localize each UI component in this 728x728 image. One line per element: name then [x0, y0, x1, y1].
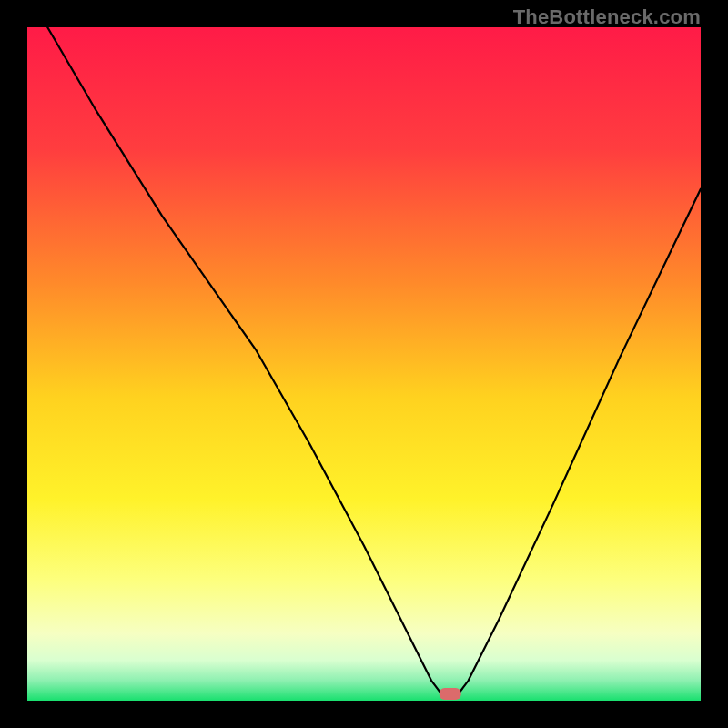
background-gradient [27, 27, 701, 701]
chart-frame: TheBottleneck.com [0, 0, 728, 728]
plot-area [27, 27, 701, 701]
svg-rect-0 [27, 27, 701, 701]
watermark-text: TheBottleneck.com [513, 5, 701, 29]
